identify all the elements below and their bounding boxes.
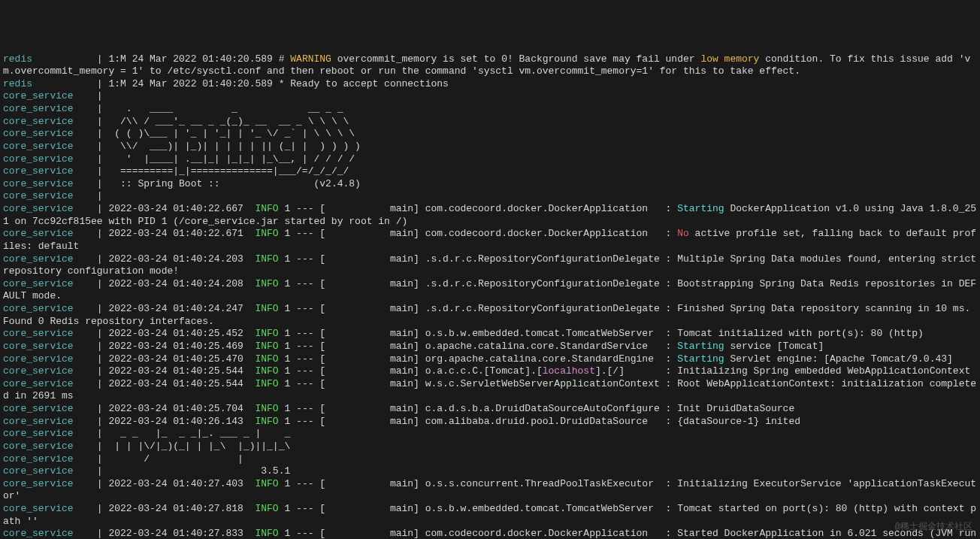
service-label: core_service — [3, 103, 74, 114]
log-level-info: INFO — [255, 478, 278, 489]
starting-text: Starting — [677, 341, 724, 352]
service-label: core_service — [3, 116, 74, 127]
log-level-info: INFO — [255, 303, 278, 314]
service-label: core_service — [3, 303, 74, 314]
log-level-info: INFO — [255, 378, 278, 389]
service-label: core_service — [3, 353, 74, 365]
service-label: core_service — [3, 253, 74, 265]
service-label: core_service — [3, 528, 74, 539]
service-label: core_service — [3, 203, 74, 214]
log-level-info: INFO — [255, 278, 278, 289]
localhost-text: localhost — [543, 365, 595, 377]
watermark: @稀土掘金技术社区 — [895, 522, 972, 533]
warning-label: WARNING — [290, 53, 331, 65]
service-label: redis — [3, 78, 32, 89]
service-label: core_service — [3, 178, 74, 189]
service-label: core_service — [3, 465, 74, 477]
service-label: core_service — [3, 190, 74, 201]
log-level-info: INFO — [255, 416, 278, 427]
service-label: core_service — [3, 165, 74, 177]
low-memory-text: low memory — [700, 53, 759, 65]
no-text: No — [677, 228, 689, 239]
service-label: core_service — [3, 441, 74, 452]
service-label: core_service — [3, 153, 74, 165]
starting-text: Starting — [677, 203, 724, 214]
log-level-info: INFO — [255, 403, 278, 414]
log-level-info: INFO — [255, 353, 278, 365]
service-label: core_service — [3, 228, 74, 239]
service-label: core_service — [3, 328, 74, 339]
log-level-info: INFO — [255, 203, 278, 214]
log-level-info: INFO — [255, 341, 278, 352]
service-label: core_service — [3, 478, 74, 489]
service-label: core_service — [3, 403, 74, 414]
log-level-info: INFO — [255, 228, 278, 239]
service-label: core_service — [3, 453, 74, 465]
service-label: core_service — [3, 428, 74, 439]
service-label: core_service — [3, 278, 74, 289]
service-label: core_service — [3, 141, 74, 152]
log-level-info: INFO — [255, 253, 278, 265]
service-label: redis — [3, 53, 32, 65]
starting-text: Starting — [677, 353, 724, 365]
service-label: core_service — [3, 378, 74, 389]
service-label: core_service — [3, 365, 74, 377]
service-label: core_service — [3, 128, 74, 139]
log-level-info: INFO — [255, 528, 278, 539]
service-label: core_service — [3, 416, 74, 427]
log-level-info: INFO — [255, 365, 278, 377]
service-label: core_service — [3, 90, 74, 101]
log-level-info: INFO — [255, 328, 278, 339]
terminal-output[interactable]: redis | 1:M 24 Mar 2022 01:40:20.589 # W… — [3, 53, 977, 540]
service-label: core_service — [3, 341, 74, 352]
service-label: core_service — [3, 503, 74, 514]
log-level-info: INFO — [255, 503, 278, 514]
